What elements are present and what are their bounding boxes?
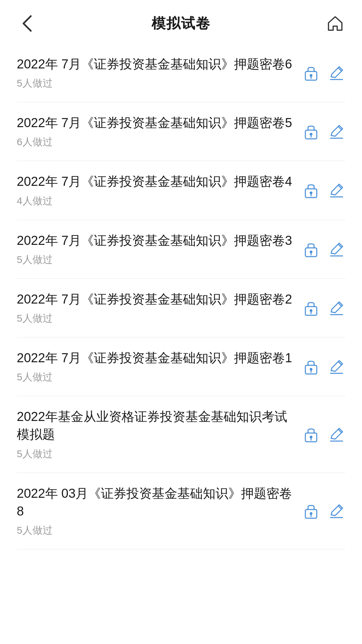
list-item-count: 5人做过 (17, 76, 292, 90)
lock-icon[interactable] (302, 240, 320, 258)
lock-icon[interactable] (302, 64, 320, 82)
list-item-title: 2022年 03月《证券投资基金基础知识》押题密卷8 (17, 485, 292, 520)
list-item-content: 2022年 7月《证券投资基金基础知识》押题密卷3 5人做过 (17, 232, 302, 267)
edit-icon[interactable] (328, 64, 345, 82)
list-item[interactable]: 2022年 7月《证券投资基金基础知识》押题密卷4 4人做过 (17, 161, 345, 220)
list-item-actions (302, 123, 345, 140)
list-item-count: 5人做过 (17, 253, 292, 267)
edit-icon[interactable] (328, 181, 345, 199)
back-button[interactable] (17, 13, 37, 34)
list-item-count: 5人做过 (17, 524, 292, 537)
list-item-title: 2022年 7月《证券投资基金基础知识》押题密卷1 (17, 349, 292, 367)
edit-icon[interactable] (328, 358, 345, 375)
list-item-title: 2022年 7月《证券投资基金基础知识》押题密卷3 (17, 232, 292, 250)
list-item-actions (302, 181, 345, 199)
list-item-content: 2022年 7月《证券投资基金基础知识》押题密卷5 6人做过 (17, 114, 302, 149)
list-item-content: 2022年 03月《证券投资基金基础知识》押题密卷8 5人做过 (17, 485, 302, 537)
lock-icon[interactable] (302, 123, 320, 140)
page-header: 模拟试卷 (0, 0, 362, 44)
edit-icon[interactable] (328, 123, 345, 140)
list-item-title: 2022年 7月《证券投资基金基础知识》押题密卷6 (17, 55, 292, 73)
list-item-count: 6人做过 (17, 135, 292, 149)
home-button[interactable] (325, 13, 345, 34)
list-item-actions (302, 502, 345, 520)
edit-icon[interactable] (328, 299, 345, 317)
list-item-actions (302, 240, 345, 258)
list-item-title: 2022年基金从业资格证券投资基金基础知识考试模拟题 (17, 408, 292, 443)
list-item-count: 5人做过 (17, 312, 292, 325)
list-item-count: 5人做过 (17, 370, 292, 384)
list-item-count: 5人做过 (17, 447, 292, 461)
list-item[interactable]: 2022年 7月《证券投资基金基础知识》押题密卷2 5人做过 (17, 279, 345, 337)
list-item-actions (302, 426, 345, 443)
list-item[interactable]: 2022年 03月《证券投资基金基础知识》押题密卷8 5人做过 (17, 473, 345, 549)
lock-icon[interactable] (302, 358, 320, 375)
edit-icon[interactable] (328, 240, 345, 258)
list-item-content: 2022年 7月《证券投资基金基础知识》押题密卷1 5人做过 (17, 349, 302, 384)
list-item-title: 2022年 7月《证券投资基金基础知识》押题密卷5 (17, 114, 292, 132)
list-item-content: 2022年 7月《证券投资基金基础知识》押题密卷2 5人做过 (17, 290, 302, 325)
list-item-content: 2022年 7月《证券投资基金基础知识》押题密卷6 5人做过 (17, 55, 302, 90)
exam-list: 2022年 7月《证券投资基金基础知识》押题密卷6 5人做过 (0, 44, 362, 549)
list-item-count: 4人做过 (17, 194, 292, 208)
list-item[interactable]: 2022年基金从业资格证券投资基金基础知识考试模拟题 5人做过 (17, 396, 345, 473)
list-item-actions (302, 64, 345, 82)
list-item[interactable]: 2022年 7月《证券投资基金基础知识》押题密卷6 5人做过 (17, 44, 345, 102)
list-item-actions (302, 299, 345, 317)
list-item-actions (302, 358, 345, 375)
edit-icon[interactable] (328, 426, 345, 443)
lock-icon[interactable] (302, 502, 320, 520)
lock-icon[interactable] (302, 299, 320, 317)
lock-icon[interactable] (302, 426, 320, 443)
edit-icon[interactable] (328, 502, 345, 520)
list-item[interactable]: 2022年 7月《证券投资基金基础知识》押题密卷1 5人做过 (17, 337, 345, 396)
list-item-content: 2022年基金从业资格证券投资基金基础知识考试模拟题 5人做过 (17, 408, 302, 461)
list-item-title: 2022年 7月《证券投资基金基础知识》押题密卷2 (17, 290, 292, 308)
page-title: 模拟试卷 (152, 14, 210, 33)
lock-icon[interactable] (302, 181, 320, 199)
list-item-title: 2022年 7月《证券投资基金基础知识》押题密卷4 (17, 173, 292, 191)
list-item-content: 2022年 7月《证券投资基金基础知识》押题密卷4 4人做过 (17, 173, 302, 208)
list-item[interactable]: 2022年 7月《证券投资基金基础知识》押题密卷3 5人做过 (17, 220, 345, 279)
list-item[interactable]: 2022年 7月《证券投资基金基础知识》押题密卷5 6人做过 (17, 102, 345, 161)
